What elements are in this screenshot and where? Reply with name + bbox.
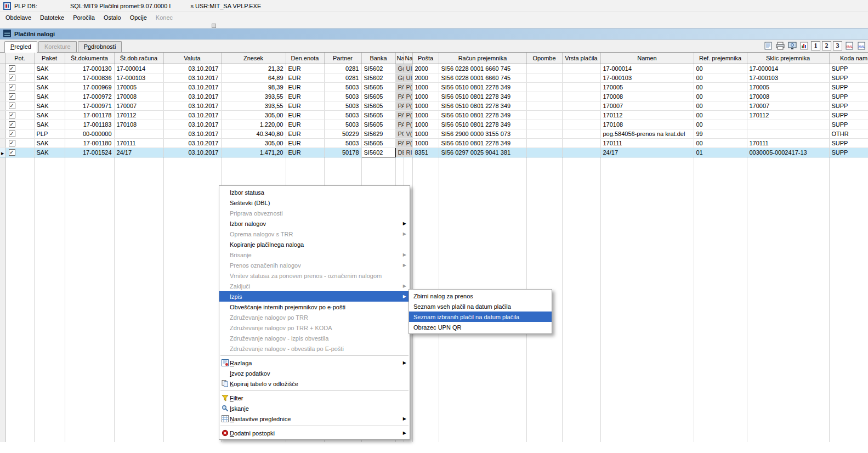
cell-opombe[interactable] xyxy=(526,138,562,148)
cell-na1[interactable]: PA xyxy=(395,110,404,120)
cell-banka[interactable]: SI5605 xyxy=(361,92,395,101)
cell-vrsta_placila[interactable] xyxy=(562,129,600,138)
cell-posta[interactable]: 1000 xyxy=(412,110,439,120)
row-selector[interactable] xyxy=(0,73,5,82)
cell-na2[interactable]: P( xyxy=(404,120,412,129)
cell-st_dokumenta[interactable]: 17-001183 xyxy=(65,120,114,129)
context-menu-item-izpis[interactable]: Izpis▶ xyxy=(219,291,410,302)
cell-st_dokumenta[interactable]: 00-000000 xyxy=(65,129,114,138)
cell-koda_namena[interactable]: SUPP xyxy=(829,148,868,157)
cell-partner[interactable]: 50229 xyxy=(324,129,361,138)
cell-ref_prejemnika[interactable]: 00 xyxy=(694,82,747,92)
column-header-partner[interactable]: Partner xyxy=(324,53,361,64)
cell-na2[interactable]: P( xyxy=(404,110,412,120)
minimized-window-box[interactable] xyxy=(212,24,216,28)
column-header-valuta[interactable]: Valuta xyxy=(163,53,221,64)
cell-valuta[interactable]: 03.10.2017 xyxy=(163,129,221,138)
cell-partner[interactable]: 5003 xyxy=(324,120,361,129)
cell-paket[interactable]: SAK xyxy=(34,110,65,120)
cell-pot[interactable]: ✓ xyxy=(5,110,34,120)
cell-na1[interactable]: PA xyxy=(395,101,404,110)
cell-na2[interactable]: P( xyxy=(404,92,412,101)
cell-znesek[interactable]: 98,39 xyxy=(221,82,286,92)
cell-posta[interactable]: 2000 xyxy=(412,73,439,82)
report-icon[interactable] xyxy=(763,41,773,51)
cell-partner[interactable]: 0281 xyxy=(324,73,361,82)
cell-banka[interactable]: SI5605 xyxy=(361,138,395,148)
column-header-ref_prejemnika[interactable]: Ref. prejemnika xyxy=(694,53,747,64)
cell-opombe[interactable] xyxy=(526,101,562,110)
cell-st_dob_racuna[interactable]: 17-000014 xyxy=(114,64,163,73)
cell-posta[interactable]: 8351 xyxy=(412,148,439,157)
cell-ref_prejemnika[interactable]: 00 xyxy=(694,73,747,82)
cell-den_enota[interactable]: EUR xyxy=(286,138,324,148)
cell-paket[interactable]: SAK xyxy=(34,64,65,73)
cell-namen[interactable]: 170007 xyxy=(600,101,694,110)
cell-ref_prejemnika[interactable]: 01 xyxy=(694,148,747,157)
cell-vrsta_placila[interactable] xyxy=(562,101,600,110)
cell-banka[interactable]: SI5605 xyxy=(361,82,395,92)
cell-na1[interactable]: PA xyxy=(395,82,404,92)
cell-den_enota[interactable]: EUR xyxy=(286,101,324,110)
cell-valuta[interactable]: 03.10.2017 xyxy=(163,64,221,73)
cell-den_enota[interactable]: EUR xyxy=(286,129,324,138)
cell-znesek[interactable]: 21,32 xyxy=(221,64,286,73)
column-header-znesek[interactable]: Znesek xyxy=(221,53,286,64)
cell-partner[interactable]: 50178 xyxy=(324,148,361,157)
cell-banka[interactable]: SI5629 xyxy=(361,129,395,138)
row-selector[interactable] xyxy=(0,101,5,110)
cell-opombe[interactable] xyxy=(526,73,562,82)
cell-vrsta_placila[interactable] xyxy=(562,64,600,73)
context-menu-item-filter[interactable]: Filter xyxy=(219,393,410,403)
cell-koda_namena[interactable]: OTHR xyxy=(829,129,868,138)
cell-koda_namena[interactable]: SUPP xyxy=(829,73,868,82)
cell-st_dob_racuna[interactable]: 17-000103 xyxy=(114,73,163,82)
cell-koda_namena[interactable]: SUPP xyxy=(829,120,868,129)
column-header-koda_namena[interactable]: Koda nam xyxy=(829,53,868,64)
cell-sklic_prejemnika[interactable]: 170008 xyxy=(747,92,829,101)
cell-namen[interactable]: 170108 xyxy=(600,120,694,129)
row-checkbox[interactable]: ✓ xyxy=(9,84,15,90)
cell-na2[interactable]: P( xyxy=(404,138,412,148)
row-checkbox[interactable]: ✓ xyxy=(9,131,15,137)
cell-opombe[interactable] xyxy=(526,110,562,120)
cell-sklic_prejemnika[interactable]: 17-000103 xyxy=(747,73,829,82)
column-header-na2[interactable]: Na xyxy=(404,53,412,64)
cell-pot[interactable]: ✓ xyxy=(5,82,34,92)
cell-koda_namena[interactable]: SUPP xyxy=(829,92,868,101)
cell-opombe[interactable] xyxy=(526,129,562,138)
cell-valuta[interactable]: 03.10.2017 xyxy=(163,148,221,157)
cell-znesek[interactable]: 393,55 xyxy=(221,101,286,110)
row-selector[interactable] xyxy=(0,64,5,73)
column-header-opombe[interactable]: Opombe xyxy=(526,53,562,64)
cell-valuta[interactable]: 03.10.2017 xyxy=(163,138,221,148)
submenu-item-seznam-vseh-placil-na-datum-placila[interactable]: Seznam vseh plačil na datum plačila xyxy=(409,301,552,312)
row-checkbox[interactable]: ✓ xyxy=(9,121,15,128)
menubar-item-datoteke[interactable]: Datoteke xyxy=(36,13,69,22)
row-checkbox[interactable]: ✓ xyxy=(9,93,15,100)
cell-vrsta_placila[interactable] xyxy=(562,73,600,82)
cell-sklic_prejemnika[interactable] xyxy=(747,129,829,138)
cell-na2[interactable]: RI xyxy=(404,148,412,157)
context-menu-item-prenos-oznacenih-nalogov[interactable]: Prenos označenih nalogov▶ xyxy=(219,260,410,270)
column-header-st_dob_racuna[interactable]: Št.dob.računa xyxy=(114,53,163,64)
cell-pot[interactable]: ✓ xyxy=(5,120,34,129)
cell-pot[interactable]: ✓ xyxy=(5,148,34,157)
cell-banka[interactable]: SI5602 xyxy=(361,64,395,73)
print-icon[interactable] xyxy=(775,41,785,51)
cell-den_enota[interactable]: EUR xyxy=(286,82,324,92)
context-menu-item-obvescanje-internih-prejemnikov-po-e-posti[interactable]: Obveščanje internih prejemnikov po e-poš… xyxy=(219,302,410,312)
row-checkbox[interactable]: ✓ xyxy=(9,103,15,109)
menubar-item-konec[interactable]: Konec xyxy=(151,13,177,22)
cell-na1[interactable]: G( xyxy=(395,73,404,82)
submenu-item-obrazec-upn-qr[interactable]: Obrazec UPN QR xyxy=(409,322,552,332)
cell-posta[interactable]: 1000 xyxy=(412,92,439,101)
cell-znesek[interactable]: 305,00 xyxy=(221,138,286,148)
cell-ref_prejemnika[interactable]: 00 xyxy=(694,101,747,110)
cell-racun_prejemnika[interactable]: SI56 0510 0801 2278 349 xyxy=(439,101,526,110)
row-selector[interactable] xyxy=(0,82,5,92)
view-1-button[interactable]: 1 xyxy=(811,41,820,50)
cell-ref_prejemnika[interactable]: 00 xyxy=(694,64,747,73)
cell-st_dob_racuna[interactable] xyxy=(114,129,163,138)
cell-opombe[interactable] xyxy=(526,82,562,92)
